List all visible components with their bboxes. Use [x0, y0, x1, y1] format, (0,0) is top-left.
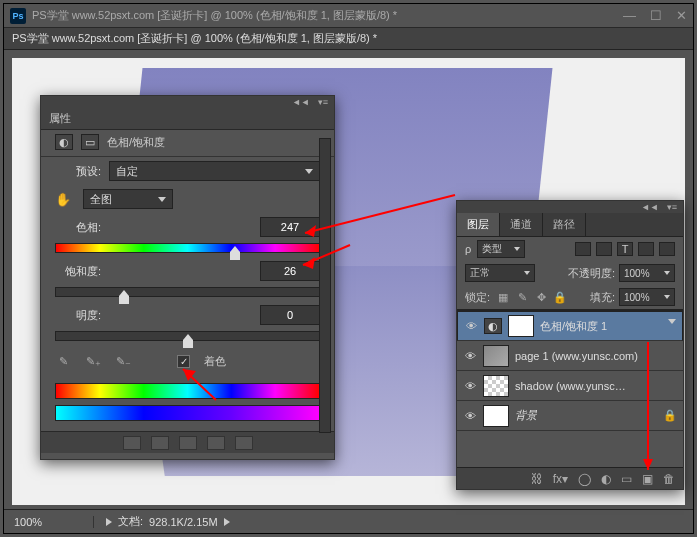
- visibility-toggle[interactable]: 👁: [463, 350, 477, 362]
- doc-label: 文档:: [118, 514, 143, 529]
- lightness-slider[interactable]: [55, 331, 320, 341]
- collapse-icon[interactable]: ◄◄: [292, 97, 310, 107]
- mask-icon[interactable]: ▭: [81, 134, 99, 150]
- opacity-label: 不透明度:: [568, 266, 615, 281]
- adjustment-name: 色相/饱和度: [107, 135, 165, 150]
- panel-scrollbar[interactable]: [319, 138, 331, 433]
- preset-label: 预设:: [55, 164, 101, 179]
- scope-select[interactable]: 全图: [83, 189, 173, 209]
- hue-label: 色相:: [55, 220, 101, 235]
- lock-transparent-icon[interactable]: ▦: [496, 290, 510, 304]
- status-bar: 100% 文档:928.1K/2.15M: [4, 509, 693, 533]
- add-mask-icon[interactable]: ◯: [578, 472, 591, 486]
- blend-mode-select[interactable]: 正常: [465, 264, 535, 282]
- saturation-input[interactable]: 26: [260, 261, 320, 281]
- lock-icon: 🔒: [663, 409, 677, 422]
- window-title: PS学堂 www.52psxt.com [圣诞折卡] @ 100% (色相/饱和…: [32, 8, 397, 23]
- fill-input[interactable]: 100%: [619, 288, 675, 306]
- layer-thumb: [483, 375, 509, 397]
- layer-row[interactable]: 👁 shadow (www.yunsc…: [457, 371, 683, 401]
- lock-paint-icon[interactable]: ✎: [515, 290, 529, 304]
- adjustment-icon: ◐: [55, 134, 73, 150]
- layer-fx-icon[interactable]: fx▾: [553, 472, 568, 486]
- layer-row[interactable]: 👁 ◐ 色相/饱和度 1: [457, 311, 683, 341]
- clip-to-layer-button[interactable]: [123, 436, 141, 450]
- new-layer-icon[interactable]: ▣: [642, 472, 653, 486]
- link-layers-icon[interactable]: ⛓: [531, 472, 543, 486]
- saturation-label: 饱和度:: [55, 264, 101, 279]
- arrow-right-icon[interactable]: [224, 518, 230, 526]
- lightness-input[interactable]: 0: [260, 305, 320, 325]
- close-button[interactable]: ✕: [676, 8, 687, 23]
- colorize-label: 着色: [204, 354, 226, 369]
- layer-name[interactable]: 色相/饱和度 1: [540, 319, 607, 334]
- arrow-right-icon: [106, 518, 112, 526]
- panel-menu-icon[interactable]: ▾≡: [318, 97, 328, 107]
- visibility-toggle[interactable]: 👁: [463, 380, 477, 392]
- opacity-input[interactable]: 100%: [619, 264, 675, 282]
- app-icon: Ps: [10, 8, 26, 24]
- spectrum-bar-bottom: [55, 405, 320, 421]
- fill-label: 填充:: [590, 290, 615, 305]
- reset-button[interactable]: [179, 436, 197, 450]
- hue-input[interactable]: 247: [260, 217, 320, 237]
- adjustment-thumb-icon: ◐: [484, 318, 502, 334]
- tab-channels[interactable]: 通道: [500, 213, 543, 236]
- filter-type-icon[interactable]: T: [617, 242, 633, 256]
- titlebar: Ps PS学堂 www.52psxt.com [圣诞折卡] @ 100% (色相…: [4, 4, 693, 28]
- filter-pixel-icon[interactable]: [575, 242, 591, 256]
- layer-row[interactable]: 👁 背景 🔒: [457, 401, 683, 431]
- panel-title: 属性: [49, 111, 71, 126]
- delete-layer-icon[interactable]: 🗑: [663, 472, 675, 486]
- view-previous-button[interactable]: [151, 436, 169, 450]
- properties-footer: [41, 431, 334, 453]
- scrubby-hand-icon[interactable]: ✋: [55, 192, 71, 207]
- eyedropper-icon[interactable]: ✎: [55, 353, 71, 369]
- collapse-icon[interactable]: ◄◄: [641, 202, 659, 212]
- panel-menu-icon[interactable]: ▾≡: [667, 202, 677, 212]
- lightness-label: 明度:: [55, 308, 101, 323]
- layer-name[interactable]: shadow (www.yunsc…: [515, 380, 626, 392]
- hue-slider[interactable]: [55, 243, 320, 253]
- filter-shape-icon[interactable]: [638, 242, 654, 256]
- lock-all-icon[interactable]: 🔒: [553, 290, 567, 304]
- lock-position-icon[interactable]: ✥: [534, 290, 548, 304]
- minimize-button[interactable]: —: [623, 8, 636, 23]
- adjustment-layer-icon[interactable]: ◐: [601, 472, 611, 486]
- colorize-checkbox[interactable]: ✓: [177, 355, 190, 368]
- layer-mask-thumb[interactable]: [508, 315, 534, 337]
- tab-paths[interactable]: 路径: [543, 213, 586, 236]
- saturation-slider[interactable]: [55, 287, 320, 297]
- layer-name[interactable]: page 1 (www.yunsc.com): [515, 350, 638, 362]
- group-icon[interactable]: ▭: [621, 472, 632, 486]
- layer-list: 👁 ◐ 色相/饱和度 1 👁 page 1 (www.yunsc.com) 👁 …: [457, 310, 683, 431]
- layer-thumb: [483, 405, 509, 427]
- eyedropper-add-icon[interactable]: ✎₊: [85, 353, 101, 369]
- filter-smart-icon[interactable]: [659, 242, 675, 256]
- delete-adjustment-button[interactable]: [235, 436, 253, 450]
- layer-name[interactable]: 背景: [515, 408, 537, 423]
- lock-label: 锁定:: [465, 290, 490, 305]
- layer-thumb: [483, 345, 509, 367]
- maximize-button[interactable]: ☐: [650, 8, 662, 23]
- eyedropper-sub-icon[interactable]: ✎₋: [115, 353, 131, 369]
- preset-select[interactable]: 自定: [109, 161, 320, 181]
- tab-layers[interactable]: 图层: [457, 213, 500, 236]
- filter-kind-select[interactable]: 类型: [477, 240, 525, 258]
- visibility-toggle[interactable]: 👁: [464, 320, 478, 332]
- tab-title: PS学堂 www.52psxt.com [圣诞折卡] @ 100% (色相/饱和…: [12, 31, 377, 46]
- filter-adjust-icon[interactable]: [596, 242, 612, 256]
- spectrum-bar-top: [55, 383, 320, 399]
- properties-panel: ◄◄ ▾≡ 属性 ◐ ▭ 色相/饱和度 预设: 自定 ✋ 全图 色相:247 饱…: [40, 95, 335, 460]
- layers-panel: ◄◄ ▾≡ 图层 通道 路径 ρ 类型 T 正常 不透明度: 100% 锁定: …: [456, 200, 684, 490]
- visibility-toggle[interactable]: 👁: [463, 410, 477, 422]
- layer-row[interactable]: 👁 page 1 (www.yunsc.com): [457, 341, 683, 371]
- document-tab[interactable]: PS学堂 www.52psxt.com [圣诞折卡] @ 100% (色相/饱和…: [4, 28, 693, 50]
- toggle-visibility-button[interactable]: [207, 436, 225, 450]
- doc-info: 928.1K/2.15M: [149, 516, 218, 528]
- zoom-level[interactable]: 100%: [4, 516, 94, 528]
